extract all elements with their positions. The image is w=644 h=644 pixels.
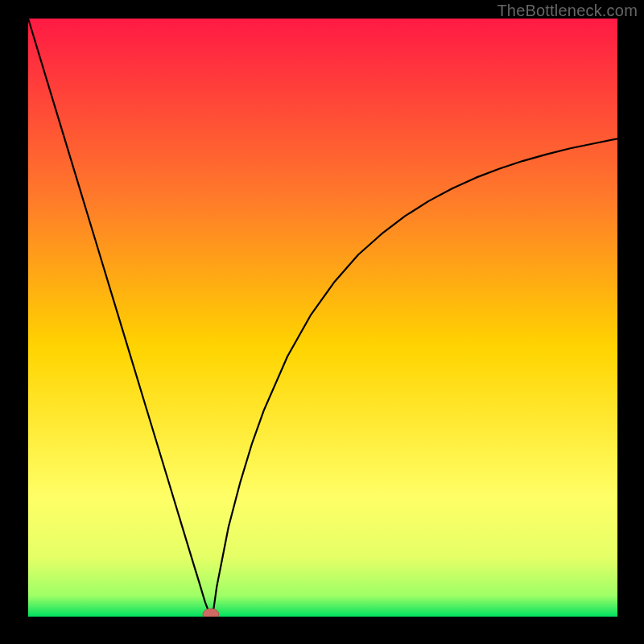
optimum-marker bbox=[203, 609, 219, 617]
plot-area bbox=[28, 19, 617, 617]
watermark-text: TheBottleneck.com bbox=[497, 2, 638, 20]
chart-svg bbox=[28, 19, 617, 617]
gradient-background bbox=[28, 19, 617, 617]
chart-frame: TheBottleneck.com bbox=[0, 0, 644, 644]
